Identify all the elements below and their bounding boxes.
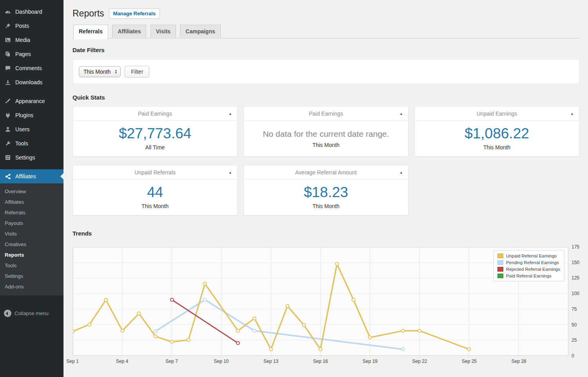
submenu-item-referrals[interactable]: Referrals: [0, 207, 64, 218]
page-header: Reports Manage Referrals: [73, 8, 579, 19]
trends-heading: Trends: [73, 230, 579, 237]
sidebar-item-posts[interactable]: Posts: [0, 19, 64, 33]
sidebar-item-downloads[interactable]: Downloads: [0, 75, 64, 89]
tab-visits[interactable]: Visits: [151, 25, 176, 38]
stat-card-unpaid-earnings: Unpaid Earnings ▲ $1,086.22 This Month: [414, 106, 579, 157]
y-tick-label: 125: [572, 275, 579, 281]
sidebar-item-affiliates[interactable]: Affiliates: [0, 169, 64, 183]
collapse-toggle-icon[interactable]: ▲: [570, 107, 574, 121]
download-icon: [4, 78, 12, 86]
sidebar-item-label: Plugins: [15, 112, 33, 119]
card-title: Unpaid Referrals: [134, 169, 176, 176]
card-header: Paid Earnings ▲: [244, 107, 408, 121]
card-header: Unpaid Earnings ▲: [415, 107, 579, 121]
sidebar-item-appearance[interactable]: Appearance: [0, 94, 64, 108]
media-icon: [4, 36, 12, 44]
sidebar-item-label: Downloads: [15, 79, 42, 86]
x-tick-label: Sep 13: [263, 359, 278, 364]
sidebar-item-label: Tools: [15, 140, 28, 147]
legend-item-paid: Paid Referral Earnings: [497, 274, 560, 278]
sidebar-item-comments[interactable]: Comments: [0, 61, 64, 75]
y-tick-label: 150: [572, 260, 579, 265]
sidebar-item-label: Dashboard: [15, 8, 42, 15]
menu-separator: [0, 89, 64, 94]
date-range-selected-value: This Month: [83, 69, 111, 75]
card-title: Average Referral Amount: [295, 169, 357, 176]
sidebar-item-tools[interactable]: Tools: [0, 136, 64, 150]
legend-item-unpaid: Unpaid Referral Earnings: [497, 254, 560, 258]
tab-campaigns[interactable]: Campaigns: [180, 25, 220, 38]
main-content: Reports Manage Referrals Referrals Affil…: [64, 0, 588, 377]
affiliates-share-icon: [4, 172, 12, 180]
stat-card-average-referral-amount: Average Referral Amount ▲ $18.23 This Mo…: [243, 165, 408, 216]
sidebar-item-users[interactable]: Users: [0, 122, 64, 136]
plugin-icon: [4, 111, 12, 119]
settings-icon: [4, 154, 12, 161]
stat-period: This Month: [73, 203, 237, 209]
sidebar-item-label: Appearance: [15, 98, 45, 105]
stat-value: $27,773.64: [73, 125, 237, 142]
sidebar-item-dashboard[interactable]: Dashboard: [0, 5, 64, 19]
collapse-toggle-icon[interactable]: ▲: [229, 107, 232, 121]
card-header: Average Referral Amount ▲: [244, 165, 408, 179]
card-header: Unpaid Referrals ▲: [73, 165, 237, 179]
date-filter-panel: This Month ▲▼ Filter: [73, 59, 579, 84]
report-tabs: Referrals Affiliates Visits Campaigns: [73, 24, 579, 38]
legend-label: Unpaid Referral Earnings: [506, 254, 557, 258]
sidebar-item-label: Comments: [15, 65, 42, 72]
submenu-item-visits[interactable]: Visits: [0, 228, 64, 239]
submenu-item-tools[interactable]: Tools: [0, 260, 64, 271]
y-tick-label: 175: [572, 244, 579, 250]
filter-button[interactable]: Filter: [125, 66, 149, 78]
collapse-toggle-icon[interactable]: ▲: [399, 107, 403, 121]
y-axis-labels: 1751501251007550250: [568, 247, 579, 356]
stat-card-unpaid-referrals: Unpaid Referrals ▲ 44 This Month: [73, 165, 238, 216]
tab-affiliates[interactable]: Affiliates: [112, 25, 146, 38]
x-tick-label: Sep 22: [412, 359, 427, 364]
sidebar-item-media[interactable]: Media: [0, 33, 64, 47]
sidebar-item-pages[interactable]: Pages: [0, 47, 64, 61]
submenu-item-overview[interactable]: Overview: [0, 186, 64, 197]
collapse-menu-button[interactable]: Collapse menu: [0, 306, 64, 321]
sidebar-item-settings[interactable]: Settings: [0, 150, 64, 165]
stat-period: This Month: [244, 203, 408, 209]
x-tick-label: Sep 10: [214, 359, 229, 364]
x-tick-label: Sep 25: [462, 359, 477, 364]
dashboard-icon: [4, 8, 12, 16]
submenu-item-affiliates[interactable]: Affiliates: [0, 197, 64, 207]
submenu-item-payouts[interactable]: Payouts: [0, 218, 64, 228]
x-tick-label: Sep 16: [313, 359, 328, 364]
tab-referrals[interactable]: Referrals: [73, 25, 108, 39]
submenu-item-reports[interactable]: Reports: [0, 250, 64, 260]
manage-referrals-button[interactable]: Manage Referrals: [109, 8, 160, 19]
page-title: Reports: [73, 8, 104, 19]
stat-value: $1,086.22: [415, 125, 579, 142]
select-arrows-icon: ▲▼: [114, 69, 117, 74]
card-title: Paid Earnings: [138, 111, 172, 117]
x-axis-labels: Sep 1Sep 4Sep 7Sep 10Sep 13Sep 16Sep 19S…: [73, 359, 568, 367]
y-tick-label: 75: [572, 306, 577, 312]
y-tick-label: 0: [572, 353, 574, 359]
card-header: Paid Earnings ▲: [73, 107, 237, 121]
sidebar-item-label: Media: [15, 36, 30, 44]
submenu-item-creatives[interactable]: Creatives: [0, 239, 64, 250]
card-body: $27,773.64 All Time: [73, 121, 237, 150]
date-range-select[interactable]: This Month ▲▼: [79, 66, 121, 77]
collapse-toggle-icon[interactable]: ▲: [399, 165, 403, 179]
submenu-item-settings[interactable]: Settings: [0, 271, 64, 281]
submenu-item-addons[interactable]: Add-ons: [0, 281, 64, 292]
stat-period: This Month: [415, 144, 579, 150]
stat-period: This Month: [244, 142, 408, 148]
quick-stats-cards: Paid Earnings ▲ $27,773.64 All Time Paid…: [73, 106, 579, 216]
collapse-menu-label: Collapse menu: [15, 310, 49, 316]
collapse-toggle-icon[interactable]: ▲: [229, 165, 232, 179]
user-icon: [4, 125, 12, 133]
no-data-message: No data for the current date range.: [244, 125, 408, 140]
x-tick-label: Sep 1: [66, 359, 78, 364]
legend-swatch-unpaid: [497, 254, 503, 258]
collapse-arrow-icon: [4, 310, 11, 317]
legend-swatch-pending: [497, 260, 503, 265]
legend-swatch-rejected: [497, 267, 503, 272]
sidebar-item-plugins[interactable]: Plugins: [0, 108, 64, 122]
stat-card-paid-earnings-month: Paid Earnings ▲ No data for the current …: [243, 106, 408, 157]
